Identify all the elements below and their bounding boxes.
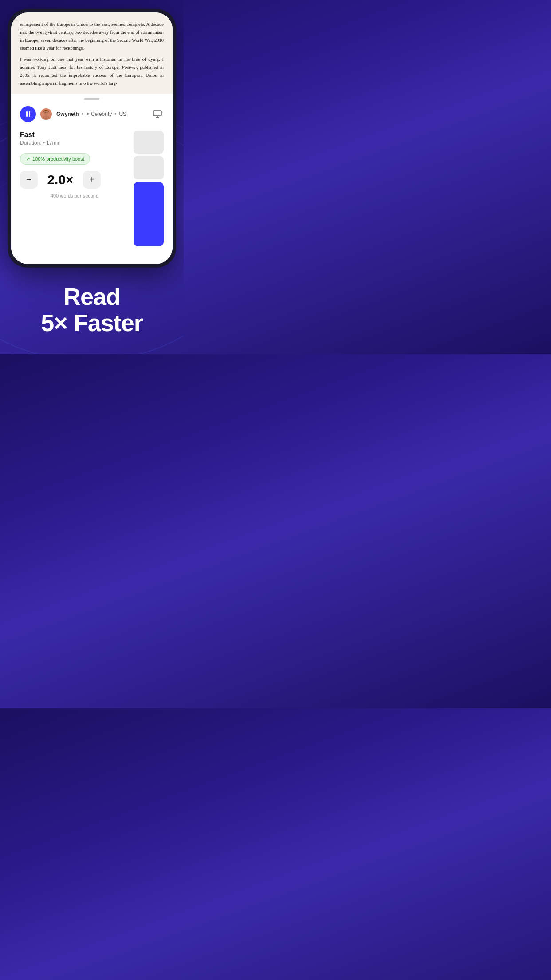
slider-segment-top bbox=[134, 131, 164, 154]
airplay-icon[interactable] bbox=[151, 108, 164, 120]
words-per-second: 400 words per second bbox=[20, 193, 129, 198]
pause-button[interactable] bbox=[20, 106, 36, 122]
slider-segment-mid bbox=[134, 156, 164, 179]
arrow-up-right-icon: ↗ bbox=[26, 156, 30, 162]
svg-point-6 bbox=[45, 112, 46, 113]
voice-info: Gwyneth • ✦ Celebrity • US bbox=[56, 111, 147, 117]
speed-section: Fast Duration: ~17min ↗ 100% productivit… bbox=[20, 126, 164, 251]
book-paragraph-2: I was working on one that year with a hi… bbox=[20, 55, 164, 87]
increase-speed-button[interactable]: + bbox=[83, 171, 101, 189]
phone-screen: enlargement of the European Union to the… bbox=[11, 12, 173, 264]
voice-avatar bbox=[40, 108, 52, 120]
speed-slider[interactable] bbox=[134, 131, 164, 246]
speed-label: Fast bbox=[20, 131, 129, 139]
pause-icon bbox=[26, 111, 30, 117]
separator-1: • bbox=[82, 111, 83, 117]
speed-duration: Duration: ~17min bbox=[20, 140, 129, 146]
voice-name: Gwyneth bbox=[56, 111, 79, 117]
marketing-section: Read 5× Faster bbox=[0, 268, 184, 354]
phone-mockup: enlargement of the European Union to the… bbox=[8, 9, 176, 268]
voice-type: ✦ Celebrity bbox=[86, 111, 112, 117]
book-paragraph-1: enlargement of the European Union to the… bbox=[20, 20, 164, 52]
voice-bar: Gwyneth • ✦ Celebrity • US bbox=[20, 100, 164, 126]
star-icon: ✦ bbox=[86, 111, 90, 116]
voice-region: US bbox=[119, 111, 126, 117]
marketing-title: Read 5× Faster bbox=[13, 284, 170, 336]
phone-frame: enlargement of the European Union to the… bbox=[8, 9, 176, 268]
slider-segment-active bbox=[134, 182, 164, 246]
svg-rect-8 bbox=[153, 111, 161, 116]
speed-control: − 2.0× + bbox=[20, 171, 129, 189]
svg-point-7 bbox=[47, 112, 47, 113]
decrease-speed-button[interactable]: − bbox=[20, 171, 38, 189]
book-text-area: enlargement of the European Union to the… bbox=[11, 12, 173, 94]
marketing-line-2: 5× Faster bbox=[41, 309, 143, 336]
marketing-line-1: Read bbox=[63, 283, 120, 310]
productivity-badge: ↗ 100% productivity boost bbox=[20, 153, 90, 165]
separator-2: • bbox=[114, 111, 116, 117]
productivity-text: 100% productivity boost bbox=[32, 156, 84, 162]
bottom-sheet: Gwyneth • ✦ Celebrity • US bbox=[11, 98, 173, 264]
speed-value: 2.0× bbox=[45, 172, 76, 187]
speed-info: Fast Duration: ~17min ↗ 100% productivit… bbox=[20, 131, 129, 198]
